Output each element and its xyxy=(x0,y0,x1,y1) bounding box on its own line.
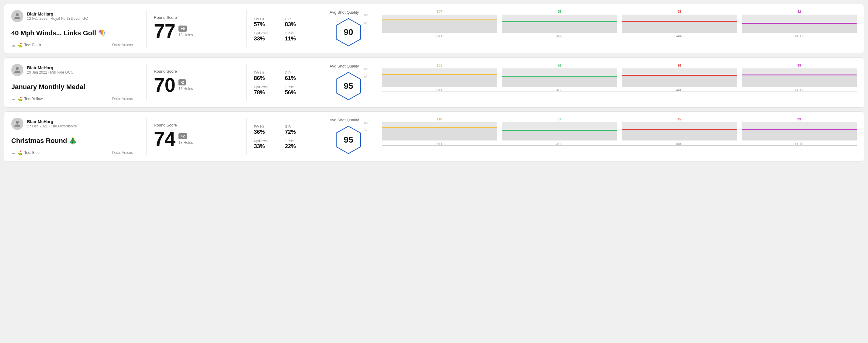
bar-value: 95 xyxy=(677,117,681,121)
bar-fill xyxy=(502,21,617,33)
bar-fill xyxy=(622,75,737,86)
card-middle: Round Score74+218 Holes xyxy=(154,118,239,155)
tee-label: Tee: Blue xyxy=(24,151,39,155)
stat-fw-hit: FW Hit36% xyxy=(254,125,278,135)
tee-info: ☁ ⛳ Tee: Yellow xyxy=(11,96,42,101)
divider-2 xyxy=(246,10,247,48)
quality-label: Avg Shot Quality xyxy=(330,10,359,14)
bar-col-ott: 110OTT xyxy=(382,117,497,146)
tee-label: Tee: Yellow xyxy=(24,97,42,101)
bar-marker xyxy=(622,21,737,22)
stat-up-down-value: 33% xyxy=(254,36,278,42)
y-label: 100 xyxy=(364,121,368,124)
user-date: 12 Feb 2022 · Royal North Devon GC xyxy=(27,17,88,21)
bar-fill xyxy=(742,74,857,87)
data-source: Data: Arccos xyxy=(112,151,133,155)
bar-marker xyxy=(742,129,857,130)
y-label: 50 xyxy=(364,21,368,24)
bar-wrapper xyxy=(502,122,617,141)
card-middle: Round Score70-218 Holes xyxy=(154,64,239,101)
bar-marker xyxy=(742,23,857,24)
bar-marker xyxy=(622,129,737,130)
card-stats: FW Hit36%GIR72%Up/Down33%1 Putt22% xyxy=(254,118,315,155)
y-label: 0 xyxy=(364,29,368,32)
quality-score: 95 xyxy=(344,135,353,145)
bar-marker xyxy=(382,127,497,128)
stats-grid: FW Hit86%GIR61%Up/Down78%1 Putt56% xyxy=(254,71,309,96)
quality-label: Avg Shot Quality xyxy=(330,64,359,68)
stat-one-putt-value: 22% xyxy=(285,143,309,150)
score-badge: +5 xyxy=(179,26,187,32)
stat-gir-label: GIR xyxy=(285,71,309,74)
user-name: Blair McHarg xyxy=(27,119,77,124)
stat-up-down: Up/Down33% xyxy=(254,31,278,42)
weather-icon: ☁ xyxy=(11,96,16,101)
user-text: Blair McHarg27 Dec 2021 · The Oxfordshir… xyxy=(27,119,77,128)
card-left: Blair McHarg12 Feb 2022 · Royal North De… xyxy=(11,10,139,48)
stat-one-putt-value: 11% xyxy=(285,36,309,42)
weather-icon: ☁ xyxy=(11,150,16,155)
bar-col-ott: 107OTT xyxy=(382,10,497,38)
bar-col-app: 86APP xyxy=(502,64,617,92)
stat-one-putt: 1 Putt22% xyxy=(285,139,309,150)
divider-2 xyxy=(246,118,247,155)
bar-wrapper xyxy=(502,68,617,87)
stat-gir: GIR72% xyxy=(285,125,309,135)
stat-one-putt: 1 Putt56% xyxy=(285,85,309,96)
bar-marker xyxy=(622,75,737,76)
card-left: Blair McHarg27 Dec 2021 · The Oxfordshir… xyxy=(11,118,139,155)
bar-wrapper xyxy=(382,68,497,87)
stat-gir-value: 61% xyxy=(285,75,309,82)
y-label: 0 xyxy=(364,83,368,86)
tee-info: ☁ ⛳ Tee: Black xyxy=(11,42,41,48)
hexagon-container: 90 xyxy=(335,17,362,48)
avatar xyxy=(11,10,23,22)
card-footer: ☁ ⛳ Tee: Black Data: Arccos xyxy=(11,42,133,48)
stat-fw-hit: FW Hit57% xyxy=(254,17,278,28)
holes-label: 18 Holes xyxy=(179,141,193,145)
bar-value: 101 xyxy=(437,64,442,67)
bar-col-putt: 82PUTT xyxy=(742,10,857,38)
stats-grid: FW Hit57%GIR83%Up/Down33%1 Putt11% xyxy=(254,17,309,42)
bar-col-app: 87APP xyxy=(502,117,617,146)
y-label: 100 xyxy=(364,67,368,70)
bar-fill xyxy=(502,130,617,141)
stat-up-down-label: Up/Down xyxy=(254,139,278,143)
round-title: January Monthly Medal xyxy=(11,83,133,91)
card-middle: Round Score77+518 Holes xyxy=(154,10,239,48)
holes-label: 18 Holes xyxy=(179,87,193,91)
bar-marker xyxy=(502,76,617,77)
stat-gir-label: GIR xyxy=(285,17,309,21)
score-value: 70 xyxy=(154,75,176,95)
user-text: Blair McHarg29 Jan 2022 · Mill Ride GCC xyxy=(27,65,73,74)
score-badge-wrap: +518 Holes xyxy=(179,26,193,37)
user-date: 29 Jan 2022 · Mill Ride GCC xyxy=(27,70,73,74)
weather-icon: ☁ xyxy=(11,42,16,48)
bar-col-arg: 96ARG xyxy=(622,64,737,92)
data-source: Data: Arccos xyxy=(112,43,133,47)
stat-fw-hit-label: FW Hit xyxy=(254,17,278,21)
chart-baseline xyxy=(382,92,857,92)
divider-1 xyxy=(146,118,147,155)
bar-marker xyxy=(742,74,857,75)
card-footer: ☁ ⛳ Tee: Yellow Data: Arccos xyxy=(11,96,133,101)
holes-label: 18 Holes xyxy=(179,33,193,37)
score-badge-wrap: +218 Holes xyxy=(179,133,193,145)
bag-icon: ⛳ xyxy=(17,42,23,48)
hexagon-container: 95 xyxy=(335,125,362,155)
tee-info: ☁ ⛳ Tee: Blue xyxy=(11,150,39,155)
divider-1 xyxy=(146,10,147,48)
stat-one-putt: 1 Putt11% xyxy=(285,31,309,42)
hexagon-container: 95 xyxy=(335,71,362,101)
card-stats: FW Hit57%GIR83%Up/Down33%1 Putt11% xyxy=(254,10,315,48)
bar-marker xyxy=(502,130,617,131)
card-chart: 100500101OTT86APP96ARG99PUTT xyxy=(372,64,857,101)
tee-label: Tee: Black xyxy=(24,43,41,47)
user-info: Blair McHarg12 Feb 2022 · Royal North De… xyxy=(11,10,133,22)
bar-col-arg: 98ARG xyxy=(622,10,737,38)
score-badge-wrap: -218 Holes xyxy=(179,80,193,91)
stat-up-down: Up/Down78% xyxy=(254,85,278,96)
stat-fw-hit-label: FW Hit xyxy=(254,71,278,74)
data-source: Data: Arccos xyxy=(112,97,133,101)
divider-1 xyxy=(146,64,147,101)
